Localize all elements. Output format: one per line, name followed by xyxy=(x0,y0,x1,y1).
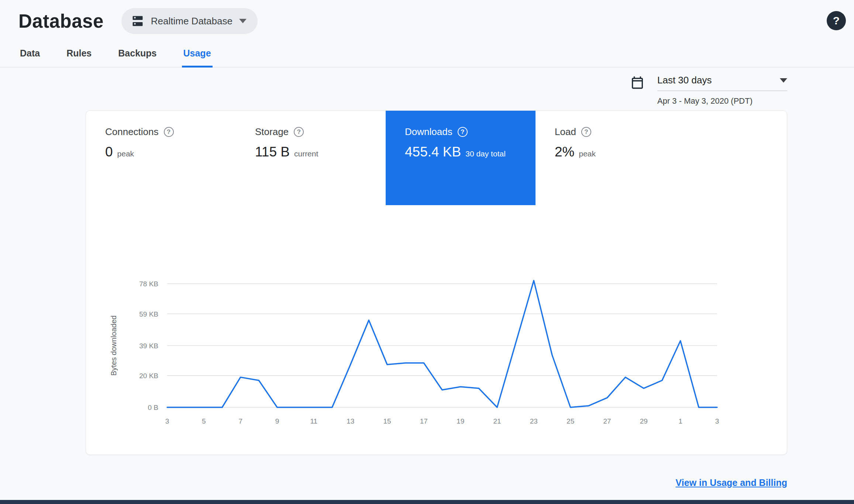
metric-value: 455.4 KB xyxy=(405,144,461,160)
tab-usage[interactable]: Usage xyxy=(182,39,213,68)
metric-value: 115 B xyxy=(255,144,290,160)
metric-tile-downloads[interactable]: Downloads ? 455.4 KB 30 day total xyxy=(386,111,536,205)
svg-text:13: 13 xyxy=(347,417,354,425)
metric-tile-load[interactable]: Load ? 2% peak xyxy=(536,111,685,205)
svg-text:59 KB: 59 KB xyxy=(139,310,158,318)
svg-text:39 KB: 39 KB xyxy=(139,342,158,350)
metric-tile-connections[interactable]: Connections ? 0 peak xyxy=(86,111,236,205)
help-button[interactable]: ? xyxy=(827,11,846,30)
tabs-bar: Data Rules Backups Usage xyxy=(0,39,854,68)
load-help-icon[interactable]: ? xyxy=(581,127,591,137)
database-selector-label: Realtime Database xyxy=(151,15,233,27)
svg-text:7: 7 xyxy=(238,417,242,425)
view-usage-billing-link[interactable]: View in Usage and Billing xyxy=(676,477,787,488)
metric-qualifier: current xyxy=(294,149,318,158)
bottom-bar xyxy=(0,500,854,504)
svg-text:29: 29 xyxy=(640,417,648,425)
header: Database Realtime Database xyxy=(0,0,854,34)
svg-text:25: 25 xyxy=(567,417,574,425)
database-selector-button[interactable]: Realtime Database xyxy=(121,8,258,34)
metric-tile-storage[interactable]: Storage ? 115 B current xyxy=(236,111,386,205)
connections-help-icon[interactable]: ? xyxy=(164,127,174,137)
svg-text:3: 3 xyxy=(715,417,719,425)
metric-label: Storage xyxy=(255,126,289,138)
metric-value: 2% xyxy=(555,144,574,160)
metric-qualifier: 30 day total xyxy=(465,149,506,158)
chevron-down-icon xyxy=(780,78,787,83)
metric-value: 0 xyxy=(105,144,113,160)
svg-text:11: 11 xyxy=(310,417,317,425)
storage-help-icon[interactable]: ? xyxy=(294,127,304,137)
tab-backups[interactable]: Backups xyxy=(117,39,158,68)
usage-card: Connections ? 0 peak Storage ? 115 B cur… xyxy=(86,110,787,455)
tab-usage-label: Usage xyxy=(183,48,211,58)
date-range-select[interactable]: Last 30 days xyxy=(657,75,787,86)
svg-text:15: 15 xyxy=(383,417,391,425)
page-title: Database xyxy=(18,10,104,32)
tab-data-label: Data xyxy=(20,48,40,58)
downloads-help-icon[interactable]: ? xyxy=(458,127,468,137)
svg-text:23: 23 xyxy=(530,417,538,425)
metric-qualifier: peak xyxy=(579,149,596,158)
date-range-label: Last 30 days xyxy=(657,75,712,86)
svg-text:20 KB: 20 KB xyxy=(139,372,158,380)
tab-rules-label: Rules xyxy=(66,48,92,58)
calendar-icon xyxy=(630,75,645,90)
svg-text:17: 17 xyxy=(420,417,428,425)
metric-qualifier: peak xyxy=(117,149,134,158)
tab-rules[interactable]: Rules xyxy=(65,39,93,68)
svg-text:21: 21 xyxy=(493,417,501,425)
svg-text:1: 1 xyxy=(678,417,682,425)
svg-text:0 B: 0 B xyxy=(148,404,158,411)
svg-text:9: 9 xyxy=(275,417,279,425)
svg-text:Bytes downloaded: Bytes downloaded xyxy=(110,315,118,376)
tab-backups-label: Backups xyxy=(118,48,156,58)
metric-label: Load xyxy=(555,126,576,138)
metric-label: Connections xyxy=(105,126,159,138)
metric-tiles: Connections ? 0 peak Storage ? 115 B cur… xyxy=(86,111,787,205)
svg-text:78 KB: 78 KB xyxy=(139,280,158,288)
database-icon xyxy=(131,14,144,28)
svg-text:27: 27 xyxy=(603,417,611,425)
svg-text:3: 3 xyxy=(165,417,169,425)
chevron-down-icon xyxy=(239,19,247,23)
metric-label: Downloads xyxy=(405,126,452,138)
svg-text:19: 19 xyxy=(457,417,464,425)
question-mark-icon: ? xyxy=(833,14,840,27)
tab-data[interactable]: Data xyxy=(18,39,41,68)
svg-text:5: 5 xyxy=(202,417,206,425)
date-range-picker: Last 30 days Apr 3 - May 3, 2020 (PDT) xyxy=(630,75,787,106)
date-range-detail: Apr 3 - May 3, 2020 (PDT) xyxy=(657,96,787,106)
date-range-divider xyxy=(657,90,787,91)
